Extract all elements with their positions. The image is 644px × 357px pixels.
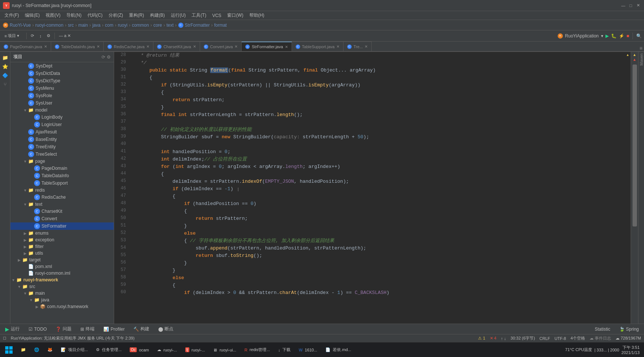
taskbar-intellij[interactable]: Ij ruoyi-...	[182, 343, 209, 357]
sidebar-item-pagedomain[interactable]: C PageDomain	[10, 165, 114, 172]
sidebar-item-baseentity[interactable]: C BaseEntity	[10, 136, 114, 143]
settings-button[interactable]: ⚙	[44, 33, 53, 39]
line-ending[interactable]: CRLF	[540, 336, 550, 341]
sidebar-item-src[interactable]: ▼ 📁 src	[10, 283, 114, 290]
taskbar-redis[interactable]: R redis管理...	[241, 343, 274, 357]
taskbar-ruoyi-md[interactable]: 📄 若依.md...	[322, 343, 355, 357]
sidebar-item-rediscache[interactable]: C RedisCache	[10, 194, 114, 201]
code-editor[interactable]: 28 * @return 结果 29 */ 30 public static S…	[114, 52, 631, 324]
menu-tools[interactable]: 工具(T)	[189, 11, 209, 19]
indent[interactable]: 4个空格	[571, 335, 585, 341]
menu-refactor[interactable]: 重构(R)	[126, 11, 147, 19]
breadcrumb-format[interactable]: format	[214, 23, 227, 28]
tab-strformatterjava[interactable]: C StrFormatter.java ✕	[242, 42, 292, 51]
breadcrumb-core[interactable]: core	[153, 23, 162, 28]
taskbar-firefox[interactable]: 🦊	[44, 343, 56, 357]
breadcrumb-text[interactable]: text	[166, 23, 173, 28]
sync-button[interactable]: ⟳	[29, 33, 36, 39]
statistic-btn[interactable]: Statistic	[592, 326, 613, 333]
sidebar-item-ruoyi-framework[interactable]: ▼ 📁 ruoyi-framework	[10, 277, 114, 283]
sidebar-item-filter[interactable]: ▶ 📁 filter	[10, 243, 114, 250]
tab-close[interactable]: ✕	[235, 44, 238, 49]
sidebar-item-java[interactable]: ▼ 📁 java	[10, 297, 114, 303]
sidebar-item-utils[interactable]: ▶ 📁 utils	[10, 250, 114, 257]
menu-navigate[interactable]: 导航(N)	[63, 11, 84, 19]
menu-build[interactable]: 构建(B)	[147, 11, 168, 19]
menu-code[interactable]: 代码(C)	[84, 11, 106, 19]
tab-charsetkitjava[interactable]: C CharsetKit.java ✕	[153, 42, 200, 51]
profiler-btn[interactable]: 📊 Profiler	[101, 326, 127, 333]
tab-close[interactable]: ✕	[193, 44, 196, 49]
sidebar-item-convert[interactable]: C Convert	[10, 215, 114, 222]
run-btn[interactable]: ▶	[605, 33, 609, 39]
start-button[interactable]	[1, 343, 16, 357]
menu-window[interactable]: 窗口(W)	[224, 11, 246, 19]
build-btn[interactable]: 🔨 构建	[131, 325, 152, 333]
breadcrumb-ruoyi[interactable]: ruoyi	[118, 23, 127, 28]
breadcrumb-com[interactable]: com	[105, 23, 113, 28]
taskbar-download[interactable]: ↓ 下载	[275, 343, 295, 357]
sidebar-item-treeentity[interactable]: C TreeEntity	[10, 143, 114, 151]
search-everywhere-btn[interactable]: 🔍	[636, 33, 642, 39]
scroll-thumb-right[interactable]	[633, 65, 637, 227]
debug-btn[interactable]: 🐛	[611, 33, 617, 39]
sidebar-item-com-ruoyi-framework[interactable]: ▶ 📦 com.ruoyi.framework	[10, 303, 114, 310]
more-tabs-btn[interactable]: ≡	[640, 45, 643, 51]
taskbar-ruoyi-server[interactable]: ☁ ruoyi-...	[153, 343, 181, 357]
sidebar-item-exception[interactable]: ▶ 📁 exception	[10, 237, 114, 243]
collapse-button[interactable]: ↕	[37, 33, 44, 39]
menu-help[interactable]: 帮助(H)	[246, 11, 268, 19]
taskbar-word[interactable]: W 1610...	[295, 343, 321, 357]
sidebar-item-loginuser[interactable]: C LoginUser	[10, 121, 114, 128]
menu-edit[interactable]: 编辑(E)	[22, 11, 43, 19]
taskbar-edge[interactable]: 🌐	[30, 343, 43, 357]
taskbar-ocam[interactable]: Oc ocam	[126, 343, 153, 357]
taskbar-task-manager[interactable]: ⚙ 任务管理...	[92, 343, 125, 357]
event-log[interactable]: ☁ 事件日志	[590, 335, 611, 341]
encoding[interactable]: UTF-8	[555, 336, 566, 341]
tab-tablesupportjava[interactable]: C TableSupport.java ✕	[292, 42, 343, 51]
spring-btn[interactable]: 🍃 Spring	[617, 326, 641, 333]
maximize-button[interactable]: □	[628, 3, 634, 9]
sidebar-item-tabledatainfo[interactable]: C TableDataInfo	[10, 172, 114, 179]
sidebar-item-loginbody[interactable]: C LoginBody	[10, 113, 114, 121]
sidebar-item-sysdicttype[interactable]: C SysDictType	[10, 77, 114, 85]
menu-vcs[interactable]: VCS	[209, 12, 225, 19]
menu-file[interactable]: 文件(F)	[1, 11, 22, 19]
maven-label[interactable]: Maven	[639, 53, 644, 66]
tab-pagedomainjava[interactable]: C PageDomain.java ✕	[0, 42, 51, 51]
close-button[interactable]: ✕	[635, 3, 641, 9]
tab-close[interactable]: ✕	[44, 44, 47, 49]
menu-run[interactable]: 运行(U)	[168, 11, 189, 19]
sidebar-item-main[interactable]: ▼ 📁 main	[10, 290, 114, 297]
sidebar-item-redis[interactable]: ▼ 📁 redis	[10, 187, 114, 194]
breakpoint-btn[interactable]: ⬤ 断点	[156, 325, 176, 333]
sidebar-item-ajaxresult[interactable]: C AjaxResult	[10, 128, 114, 136]
sidebar-item-sysdept[interactable]: C SysDept	[10, 62, 114, 70]
tab-convertjava[interactable]: C Convert.java ✕	[200, 42, 242, 51]
sidebar-item-strformatter[interactable]: C StrFormatter	[10, 222, 114, 230]
tab-tabledatainfojava[interactable]: C TableDataInfo.java ✕	[51, 42, 104, 51]
error-count[interactable]: ✕ 4	[490, 336, 497, 341]
todo-btn[interactable]: ☑ TODO	[26, 326, 49, 333]
tab-close[interactable]: ✕	[285, 45, 288, 49]
tab-tree[interactable]: C Tre... ✕	[343, 42, 372, 51]
terminal-btn[interactable]: ⊞ 终端	[78, 325, 97, 333]
question-btn[interactable]: ❓ 问题	[53, 325, 74, 333]
nav-arrows[interactable]: ↑ ↓	[501, 336, 506, 341]
tab-close[interactable]: ✕	[336, 44, 339, 49]
taskbar-project-intro[interactable]: 📝 项目介绍...	[57, 343, 92, 357]
warning-count[interactable]: ⚠ 1	[478, 336, 485, 341]
tab-rediscachejava[interactable]: C RedisCache.java ✕	[104, 42, 153, 51]
breadcrumb-main[interactable]: main	[78, 23, 88, 28]
sidebar-item-enums[interactable]: ▶ 📁 enums	[10, 230, 114, 237]
project-view-button[interactable]: ≡ 项目 ▾	[2, 32, 21, 39]
sidebar-gear-btn[interactable]: ⚙	[107, 54, 111, 60]
stop-btn[interactable]: ■	[627, 33, 629, 39]
run-with-coverage-btn[interactable]: ⚡	[619, 33, 624, 39]
sidebar-item-model[interactable]: ▼ 📁 model	[10, 107, 114, 113]
taskbar-ruoyi-ui[interactable]: 🖥 ruoyi-ui...	[209, 343, 240, 357]
run-btn-bottom[interactable]: ▶ 运行	[3, 325, 22, 333]
sidebar-item-page[interactable]: ▼ 📁 page	[10, 158, 114, 165]
taskbar-file-explorer[interactable]: 📁	[17, 343, 30, 357]
